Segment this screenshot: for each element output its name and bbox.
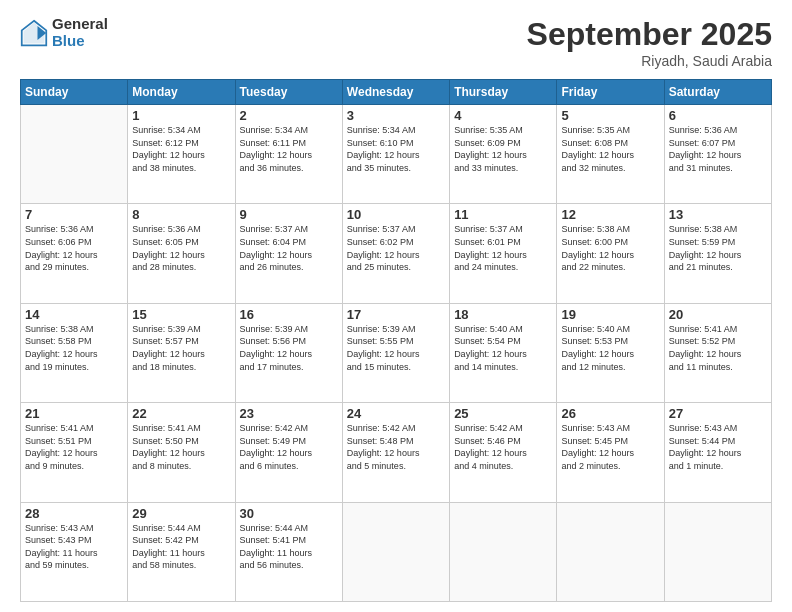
day-number: 6 [669,108,767,123]
day-number: 7 [25,207,123,222]
calendar-cell: 27Sunrise: 5:43 AM Sunset: 5:44 PM Dayli… [664,403,771,502]
day-info: Sunrise: 5:39 AM Sunset: 5:55 PM Dayligh… [347,323,445,373]
day-info: Sunrise: 5:44 AM Sunset: 5:41 PM Dayligh… [240,522,338,572]
weekday-header-thursday: Thursday [450,80,557,105]
calendar-cell [450,502,557,601]
calendar-cell: 3Sunrise: 5:34 AM Sunset: 6:10 PM Daylig… [342,105,449,204]
calendar-cell: 24Sunrise: 5:42 AM Sunset: 5:48 PM Dayli… [342,403,449,502]
day-info: Sunrise: 5:36 AM Sunset: 6:07 PM Dayligh… [669,124,767,174]
logo-text: General Blue [52,16,108,49]
day-number: 22 [132,406,230,421]
weekday-header-saturday: Saturday [664,80,771,105]
day-info: Sunrise: 5:35 AM Sunset: 6:09 PM Dayligh… [454,124,552,174]
day-info: Sunrise: 5:43 AM Sunset: 5:43 PM Dayligh… [25,522,123,572]
day-number: 25 [454,406,552,421]
day-number: 29 [132,506,230,521]
header: General Blue September 2025 Riyadh, Saud… [20,16,772,69]
calendar-cell: 23Sunrise: 5:42 AM Sunset: 5:49 PM Dayli… [235,403,342,502]
page: General Blue September 2025 Riyadh, Saud… [0,0,792,612]
logo-general-text: General [52,16,108,33]
day-info: Sunrise: 5:37 AM Sunset: 6:04 PM Dayligh… [240,223,338,273]
day-number: 14 [25,307,123,322]
day-number: 13 [669,207,767,222]
day-number: 20 [669,307,767,322]
day-number: 5 [561,108,659,123]
day-info: Sunrise: 5:43 AM Sunset: 5:44 PM Dayligh… [669,422,767,472]
day-info: Sunrise: 5:42 AM Sunset: 5:46 PM Dayligh… [454,422,552,472]
logo: General Blue [20,16,108,49]
day-number: 24 [347,406,445,421]
calendar-week-2: 7Sunrise: 5:36 AM Sunset: 6:06 PM Daylig… [21,204,772,303]
logo-icon [20,19,48,47]
day-info: Sunrise: 5:43 AM Sunset: 5:45 PM Dayligh… [561,422,659,472]
day-number: 30 [240,506,338,521]
title-block: September 2025 Riyadh, Saudi Arabia [527,16,772,69]
calendar-cell: 18Sunrise: 5:40 AM Sunset: 5:54 PM Dayli… [450,303,557,402]
calendar-cell: 25Sunrise: 5:42 AM Sunset: 5:46 PM Dayli… [450,403,557,502]
day-number: 8 [132,207,230,222]
day-info: Sunrise: 5:34 AM Sunset: 6:12 PM Dayligh… [132,124,230,174]
day-number: 16 [240,307,338,322]
day-info: Sunrise: 5:38 AM Sunset: 5:59 PM Dayligh… [669,223,767,273]
weekday-header-row: SundayMondayTuesdayWednesdayThursdayFrid… [21,80,772,105]
calendar-cell: 29Sunrise: 5:44 AM Sunset: 5:42 PM Dayli… [128,502,235,601]
calendar-cell: 10Sunrise: 5:37 AM Sunset: 6:02 PM Dayli… [342,204,449,303]
day-info: Sunrise: 5:40 AM Sunset: 5:54 PM Dayligh… [454,323,552,373]
location: Riyadh, Saudi Arabia [527,53,772,69]
calendar-cell: 8Sunrise: 5:36 AM Sunset: 6:05 PM Daylig… [128,204,235,303]
day-info: Sunrise: 5:38 AM Sunset: 5:58 PM Dayligh… [25,323,123,373]
calendar: SundayMondayTuesdayWednesdayThursdayFrid… [20,79,772,602]
calendar-week-1: 1Sunrise: 5:34 AM Sunset: 6:12 PM Daylig… [21,105,772,204]
day-info: Sunrise: 5:40 AM Sunset: 5:53 PM Dayligh… [561,323,659,373]
day-info: Sunrise: 5:39 AM Sunset: 5:57 PM Dayligh… [132,323,230,373]
month-title: September 2025 [527,16,772,53]
day-info: Sunrise: 5:36 AM Sunset: 6:06 PM Dayligh… [25,223,123,273]
weekday-header-tuesday: Tuesday [235,80,342,105]
day-info: Sunrise: 5:39 AM Sunset: 5:56 PM Dayligh… [240,323,338,373]
day-info: Sunrise: 5:34 AM Sunset: 6:10 PM Dayligh… [347,124,445,174]
logo-blue-text: Blue [52,33,108,50]
day-number: 11 [454,207,552,222]
day-number: 18 [454,307,552,322]
calendar-cell: 4Sunrise: 5:35 AM Sunset: 6:09 PM Daylig… [450,105,557,204]
day-number: 21 [25,406,123,421]
calendar-cell: 19Sunrise: 5:40 AM Sunset: 5:53 PM Dayli… [557,303,664,402]
calendar-week-3: 14Sunrise: 5:38 AM Sunset: 5:58 PM Dayli… [21,303,772,402]
calendar-cell: 7Sunrise: 5:36 AM Sunset: 6:06 PM Daylig… [21,204,128,303]
day-info: Sunrise: 5:36 AM Sunset: 6:05 PM Dayligh… [132,223,230,273]
calendar-cell [342,502,449,601]
calendar-cell: 20Sunrise: 5:41 AM Sunset: 5:52 PM Dayli… [664,303,771,402]
weekday-header-wednesday: Wednesday [342,80,449,105]
day-number: 2 [240,108,338,123]
day-info: Sunrise: 5:41 AM Sunset: 5:50 PM Dayligh… [132,422,230,472]
calendar-cell: 28Sunrise: 5:43 AM Sunset: 5:43 PM Dayli… [21,502,128,601]
calendar-cell [21,105,128,204]
calendar-cell [557,502,664,601]
weekday-header-friday: Friday [557,80,664,105]
day-number: 3 [347,108,445,123]
day-number: 4 [454,108,552,123]
weekday-header-monday: Monday [128,80,235,105]
day-number: 12 [561,207,659,222]
calendar-cell: 17Sunrise: 5:39 AM Sunset: 5:55 PM Dayli… [342,303,449,402]
day-number: 1 [132,108,230,123]
day-number: 27 [669,406,767,421]
day-info: Sunrise: 5:37 AM Sunset: 6:01 PM Dayligh… [454,223,552,273]
day-info: Sunrise: 5:37 AM Sunset: 6:02 PM Dayligh… [347,223,445,273]
calendar-cell: 22Sunrise: 5:41 AM Sunset: 5:50 PM Dayli… [128,403,235,502]
day-number: 19 [561,307,659,322]
day-info: Sunrise: 5:42 AM Sunset: 5:48 PM Dayligh… [347,422,445,472]
calendar-cell: 13Sunrise: 5:38 AM Sunset: 5:59 PM Dayli… [664,204,771,303]
calendar-cell: 12Sunrise: 5:38 AM Sunset: 6:00 PM Dayli… [557,204,664,303]
weekday-header-sunday: Sunday [21,80,128,105]
calendar-cell: 21Sunrise: 5:41 AM Sunset: 5:51 PM Dayli… [21,403,128,502]
calendar-cell: 6Sunrise: 5:36 AM Sunset: 6:07 PM Daylig… [664,105,771,204]
calendar-week-5: 28Sunrise: 5:43 AM Sunset: 5:43 PM Dayli… [21,502,772,601]
calendar-cell: 11Sunrise: 5:37 AM Sunset: 6:01 PM Dayli… [450,204,557,303]
day-number: 26 [561,406,659,421]
calendar-cell: 16Sunrise: 5:39 AM Sunset: 5:56 PM Dayli… [235,303,342,402]
calendar-cell: 15Sunrise: 5:39 AM Sunset: 5:57 PM Dayli… [128,303,235,402]
calendar-cell: 26Sunrise: 5:43 AM Sunset: 5:45 PM Dayli… [557,403,664,502]
day-info: Sunrise: 5:38 AM Sunset: 6:00 PM Dayligh… [561,223,659,273]
day-info: Sunrise: 5:34 AM Sunset: 6:11 PM Dayligh… [240,124,338,174]
